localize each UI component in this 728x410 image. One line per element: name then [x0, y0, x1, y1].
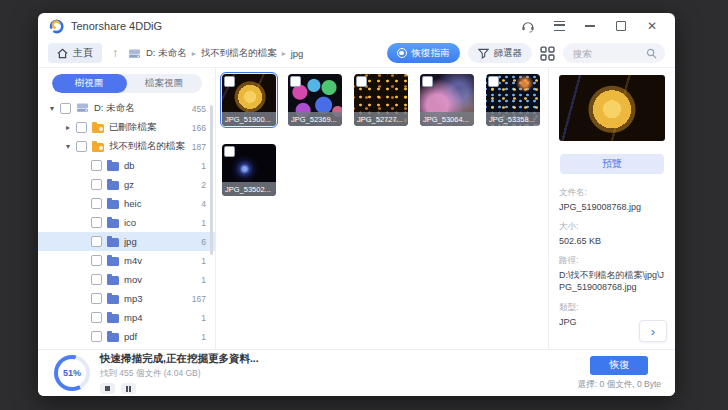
main-body: 樹視圖 檔案視圖 ▾ D: 未命名 455 ▸ 已刪除: [38, 67, 675, 350]
tree-item-mov[interactable]: mov 1: [38, 270, 215, 289]
home-label: 主頁: [73, 46, 93, 60]
checkbox[interactable]: [356, 76, 367, 87]
search-icon[interactable]: [646, 48, 657, 59]
checkbox[interactable]: [91, 274, 102, 285]
tree-item-ico[interactable]: ico 1: [38, 213, 215, 232]
folder-deleted-icon: [92, 124, 104, 133]
close-button[interactable]: ✕: [645, 19, 659, 33]
folder-icon: [107, 276, 119, 285]
tree-item-gz[interactable]: gz 2: [38, 175, 215, 194]
checkbox[interactable]: [488, 76, 499, 87]
tree-item-jpg-selected[interactable]: jpg 6: [38, 232, 215, 251]
drive-icon: [76, 102, 89, 115]
caret-down-icon[interactable]: ▾: [66, 142, 76, 151]
checkbox[interactable]: [224, 76, 235, 87]
thumbnail-filename: JPG_53358...: [486, 112, 540, 126]
folder-icon: [107, 238, 119, 247]
recovery-guide-button[interactable]: 恢復指南: [387, 43, 460, 63]
checkbox[interactable]: [91, 198, 102, 209]
tree-item-deleted-files[interactable]: ▸ 已刪除檔案 166: [38, 118, 215, 137]
checkbox[interactable]: [91, 217, 102, 228]
checkbox[interactable]: [76, 141, 87, 152]
collapse-panel-button[interactable]: ›: [639, 320, 667, 342]
pause-scan-button[interactable]: [121, 383, 136, 394]
checkbox[interactable]: [91, 255, 102, 266]
size-value: 502.65 KB: [559, 235, 665, 247]
filter-button[interactable]: 篩選器: [468, 43, 533, 63]
tree-item-pdf[interactable]: pdf 1: [38, 327, 215, 346]
file-thumbnail[interactable]: JPG_52727...: [352, 72, 410, 128]
breadcrumb-item-drive[interactable]: D: 未命名: [146, 47, 187, 60]
preview-button[interactable]: 預覽: [560, 154, 664, 174]
tree-item-count: 167: [192, 294, 215, 304]
thumbnail-filename: JPG_51900...: [222, 112, 276, 126]
file-thumbnail-selected[interactable]: JPG_51900...: [220, 72, 278, 128]
file-grid-area: JPG_51900... JPG_52369... JPG_52727...: [216, 67, 548, 350]
caret-down-icon[interactable]: ▾: [50, 104, 60, 113]
tree-item-m4v[interactable]: m4v 1: [38, 251, 215, 270]
maximize-button[interactable]: [614, 19, 628, 33]
tree-item-label: 找不到檔名的檔案: [109, 140, 192, 153]
path-value: D:\找不到檔名的檔案\jpg\JPG_519008768.jpg: [559, 269, 665, 293]
tree-item-label: pdf: [124, 331, 201, 342]
scan-progress-ring: 51%: [54, 355, 90, 391]
type-label: 類型:: [559, 302, 665, 314]
menu-icon[interactable]: [552, 19, 566, 33]
checkbox[interactable]: [91, 236, 102, 247]
file-thumbnail[interactable]: JPG_53358...: [484, 72, 542, 128]
tree-item-label: mov: [124, 274, 201, 285]
tab-file-view[interactable]: 檔案視圖: [127, 74, 202, 93]
checkbox[interactable]: [290, 76, 301, 87]
checkbox[interactable]: [224, 146, 235, 157]
checkbox[interactable]: [91, 293, 102, 304]
size-label: 大小:: [559, 221, 665, 233]
breadcrumb-item-current[interactable]: jpg: [291, 48, 304, 59]
filter-label: 篩選器: [494, 47, 523, 60]
caret-right-icon[interactable]: ▸: [66, 123, 76, 132]
tab-tree-view[interactable]: 樹視圖: [52, 74, 127, 93]
folder-icon: [107, 257, 119, 266]
checkbox[interactable]: [91, 312, 102, 323]
breadcrumb-item-folder[interactable]: 找不到檔名的檔案: [201, 47, 277, 60]
statusbar: 51% 快速掃描完成,正在挖掘更多資料... 找到 455 個文件 (4.04 …: [38, 349, 675, 396]
checkbox[interactable]: [76, 122, 87, 133]
minimize-button[interactable]: [583, 19, 597, 33]
home-icon: [57, 48, 68, 59]
filename-label: 文件名:: [559, 187, 665, 199]
checkbox[interactable]: [422, 76, 433, 87]
tree-item-mp4[interactable]: mp4 1: [38, 308, 215, 327]
stop-icon: [105, 386, 110, 391]
recover-button[interactable]: 恢復: [590, 356, 648, 375]
checkbox[interactable]: [91, 179, 102, 190]
tree-item-mp3[interactable]: mp3 167: [38, 289, 215, 308]
tree-item-db[interactable]: db 1: [38, 156, 215, 175]
stop-scan-button[interactable]: [100, 383, 115, 394]
tree-item-label: mp4: [124, 312, 201, 323]
navigate-up-button[interactable]: ↑: [112, 46, 118, 60]
support-headset-icon[interactable]: [521, 19, 535, 33]
path-label: 路徑:: [559, 255, 665, 267]
pause-icon: [126, 386, 131, 392]
checkbox[interactable]: [91, 331, 102, 342]
file-thumbnail[interactable]: JPG_52369...: [286, 72, 344, 128]
tree-item-label: mp3: [124, 293, 192, 304]
thumbnail-filename: JPG_52369...: [288, 112, 342, 126]
tree-scrollbar[interactable]: [210, 105, 213, 255]
tree-item-drive[interactable]: ▾ D: 未命名 455: [38, 99, 215, 118]
toolbar-right: 恢復指南 篩選器: [387, 43, 666, 63]
folder-icon: [107, 162, 119, 171]
tree-item-count: 1: [201, 313, 215, 323]
tree-item-lost-name-files[interactable]: ▾ 找不到檔名的檔案 187: [38, 137, 215, 156]
search-input[interactable]: [571, 47, 646, 60]
tree-item-heic[interactable]: heic 4: [38, 194, 215, 213]
tree-item-label: m4v: [124, 255, 201, 266]
view-mode-grid-icon[interactable]: [540, 46, 555, 61]
breadcrumb-separator-icon: ▸: [192, 49, 196, 58]
checkbox[interactable]: [91, 160, 102, 171]
checkbox[interactable]: [60, 103, 71, 114]
file-thumbnail[interactable]: JPG_53502...: [220, 142, 278, 198]
home-button[interactable]: 主頁: [48, 43, 102, 63]
file-thumbnail[interactable]: JPG_53064...: [418, 72, 476, 128]
tree-item-label: D: 未命名: [94, 102, 192, 115]
tree-item-count: 1: [201, 332, 215, 342]
